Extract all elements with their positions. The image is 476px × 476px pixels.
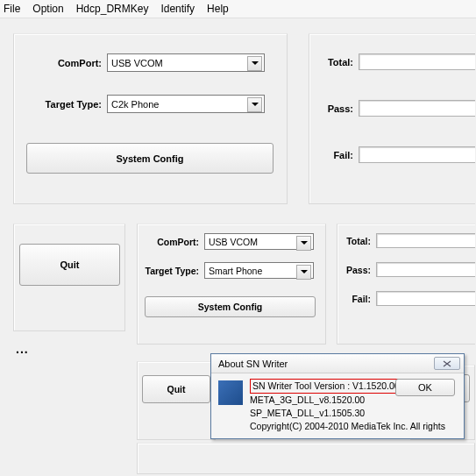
menu-file[interactable]: File xyxy=(4,3,20,15)
fail-label: Fail: xyxy=(322,150,359,160)
system-config-button[interactable]: System Config xyxy=(26,143,274,174)
menu-help[interactable]: Help xyxy=(207,3,229,15)
pass-field-2 xyxy=(376,262,475,277)
target-type-dropdown[interactable]: C2k Phone xyxy=(107,95,265,113)
menu-identify[interactable]: Identify xyxy=(160,3,195,15)
config-panel-top: ComPort: USB VCOM Target Type: C2k Phone… xyxy=(13,33,288,204)
version-highlight: SN Writer Tool Version : V1.1520.00 xyxy=(250,379,402,394)
stats-panel-mid: Total: Pass: Fail: xyxy=(337,224,475,345)
target-type-label: Target Type: xyxy=(26,99,107,110)
pass-label-2: Pass: xyxy=(345,265,376,275)
menu-hdcp[interactable]: Hdcp_DRMKey xyxy=(76,3,149,15)
quit-button[interactable]: Quit xyxy=(19,244,120,286)
total-label-2: Total: xyxy=(345,236,376,246)
comport-label-2: ComPort: xyxy=(145,237,204,247)
copyright-line: Copyright(C) 2004-2010 MediaTek Inc. All… xyxy=(250,421,445,431)
quit-button-2[interactable]: Quit xyxy=(142,375,210,403)
comport-label: ComPort: xyxy=(26,58,107,68)
ok-button[interactable]: OK xyxy=(395,379,455,396)
system-config-button-2[interactable]: System Config xyxy=(145,296,316,317)
app-icon xyxy=(218,380,243,405)
comport-dropdown[interactable]: USB VCOM xyxy=(107,53,265,72)
quit-panel-2: Quit xyxy=(137,361,216,440)
config-panel-mid: ComPort: USB VCOM Target Type: Smart Pho… xyxy=(137,224,326,345)
dll-line-2: SP_META_DLL_v1.1505.30 xyxy=(250,408,365,418)
total-label: Total: xyxy=(322,57,359,67)
fail-field-2 xyxy=(376,291,475,306)
ellipsis: ... xyxy=(16,342,29,356)
dialog-body: SN Writer Tool Version : V1.1520.00 META… xyxy=(211,373,464,438)
target-type-label-2: Target Type: xyxy=(145,266,204,276)
menu-option[interactable]: Option xyxy=(32,3,63,15)
fail-label-2: Fail: xyxy=(345,294,376,304)
bottom-strip xyxy=(137,443,475,474)
pass-field xyxy=(359,100,475,117)
menu-bar: File Option Hdcp_DRMKey Identify Help xyxy=(0,0,476,18)
dll-line-1: META_3G_DLL_v8.1520.00 xyxy=(250,394,365,405)
stats-panel-top: Total: Pass: Fail: xyxy=(309,33,475,204)
dialog-titlebar: About SN Writer xyxy=(211,354,464,373)
dialog-title-text: About SN Writer xyxy=(218,359,288,369)
total-field xyxy=(359,53,475,70)
total-field-2 xyxy=(376,233,475,248)
close-icon[interactable] xyxy=(434,357,460,370)
quit-panel: Quit xyxy=(13,224,125,331)
target-type-dropdown-2[interactable]: Smart Phone xyxy=(204,262,314,279)
comport-dropdown-2[interactable]: USB VCOM xyxy=(204,233,314,250)
about-dialog: About SN Writer SN Writer Tool Version :… xyxy=(210,353,465,439)
fail-field xyxy=(359,146,475,163)
pass-label: Pass: xyxy=(322,103,359,114)
